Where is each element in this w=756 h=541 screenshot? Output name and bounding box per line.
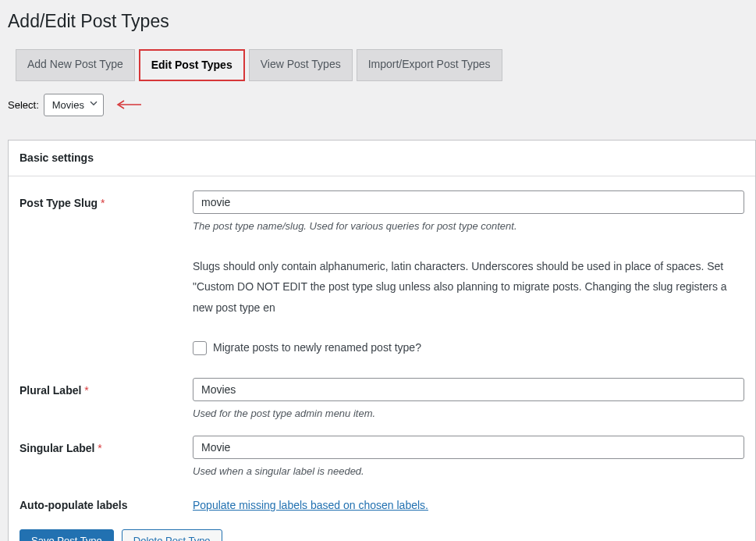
save-button[interactable]: Save Post Type (20, 529, 114, 541)
slug-description: The post type name/slug. Used for variou… (193, 219, 744, 234)
tab-add-new[interactable]: Add New Post Type (16, 49, 135, 81)
slug-warning: Slugs should only contain alphanumeric, … (193, 256, 744, 319)
plural-description: Used for the post type admin menu item. (193, 406, 744, 422)
arrow-left-icon (116, 99, 141, 110)
slug-input[interactable] (193, 190, 744, 214)
row-singular: Singular Label * Used when a singular la… (9, 422, 755, 479)
tab-nav: Add New Post Type Edit Post Types View P… (8, 49, 756, 81)
post-type-select[interactable]: Movies (44, 94, 104, 117)
delete-button[interactable]: Delete Post Type (122, 529, 222, 541)
button-row: Save Post Type Delete Post Type (9, 514, 755, 541)
panel-header: Basic settings (9, 141, 755, 176)
singular-description: Used when a singular label is needed. (193, 464, 744, 479)
tab-import-export[interactable]: Import/Export Post Types (357, 49, 502, 81)
page-title: Add/Edit Post Types (8, 8, 756, 35)
chevron-down-icon (89, 98, 98, 113)
row-plural: Plural Label * Used for the post type ad… (9, 364, 755, 422)
singular-label: Singular Label * (20, 436, 193, 457)
select-label: Select: (8, 98, 39, 113)
autopopulate-label: Auto-populate labels (20, 493, 193, 514)
row-autopopulate: Auto-populate labels Populate missing la… (9, 479, 755, 514)
settings-panel: Basic settings Post Type Slug * The post… (8, 140, 756, 541)
migrate-label: Migrate posts to newly renamed post type… (213, 340, 421, 356)
plural-input[interactable] (193, 378, 744, 401)
tab-view[interactable]: View Post Types (249, 49, 353, 81)
migrate-checkbox[interactable] (193, 341, 207, 355)
autopopulate-link[interactable]: Populate missing labels based on chosen … (193, 499, 428, 511)
select-value: Movies (52, 98, 84, 113)
row-slug: Post Type Slug * The post type name/slug… (9, 176, 755, 364)
tab-edit[interactable]: Edit Post Types (139, 49, 245, 81)
slug-label: Post Type Slug * (20, 190, 193, 212)
select-row: Select: Movies (8, 94, 756, 117)
singular-input[interactable] (193, 436, 744, 459)
plural-label: Plural Label * (20, 378, 193, 399)
